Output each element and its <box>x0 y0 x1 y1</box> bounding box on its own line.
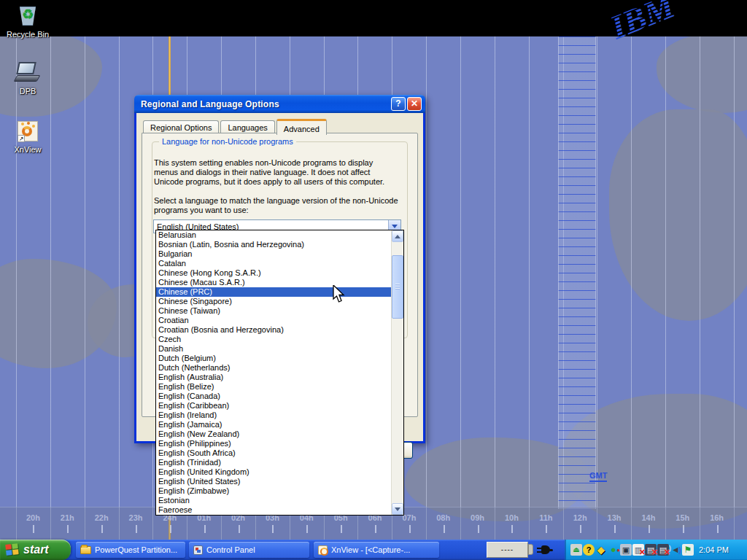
taskbar-status-box[interactable]: ---- <box>487 542 528 558</box>
language-option[interactable]: English (Trinidad) <box>156 458 391 467</box>
groupbox-title: Language for non-Unicode programs <box>159 137 296 146</box>
hour-label: 09h <box>460 513 495 522</box>
power-plug-icon[interactable] <box>537 545 553 555</box>
desktop-icon-dpb[interactable]: DPB <box>0 61 55 96</box>
language-option[interactable]: Estonian <box>156 496 391 505</box>
laptop-icon <box>15 61 40 85</box>
help-agent-icon[interactable]: ? <box>583 544 595 556</box>
hour-label: 16h <box>700 513 734 522</box>
language-option[interactable]: Faeroese <box>156 505 391 515</box>
taskbar-task-powerquest[interactable]: PowerQuest Partition... <box>76 542 185 558</box>
dialog-title: Regional and Language Options <box>141 99 390 109</box>
windows-flag-icon <box>5 543 20 556</box>
hour-label: 12h <box>563 513 597 522</box>
lan-connection-icon[interactable]: ▣ <box>620 544 632 556</box>
hour-label: 21h <box>50 513 85 522</box>
language-option[interactable]: English (Jamaica) <box>156 420 391 429</box>
hour-label: 15h <box>665 513 700 522</box>
scroll-up-button[interactable] <box>392 230 403 242</box>
scrollbar-thumb[interactable] <box>392 255 403 319</box>
display-error-icon[interactable]: ▤ <box>645 544 657 556</box>
volume-icon[interactable]: ◄ <box>670 544 681 556</box>
mouse-cursor <box>333 285 347 304</box>
language-option[interactable]: English (Australia) <box>156 373 391 382</box>
language-option[interactable]: Chinese (Hong Kong S.A.R.) <box>156 268 391 278</box>
language-option[interactable]: English (Canada) <box>156 392 391 401</box>
language-option[interactable]: Croatian <box>156 316 391 325</box>
language-option[interactable]: English (Zimbabwe) <box>156 486 391 496</box>
hour-label: 23h <box>119 513 153 522</box>
language-option[interactable]: Chinese (Taiwan) <box>156 306 391 316</box>
language-dropdown-list: BelarusianBosnian (Latin, Bosnia and Her… <box>155 230 404 516</box>
taskbar-task-control-panel[interactable]: Control Panel <box>189 542 309 558</box>
xnview-icon <box>318 545 328 555</box>
chart-alert-icon[interactable]: ▥ <box>632 544 644 556</box>
folder-icon <box>80 546 91 554</box>
language-option[interactable]: English (South Africa) <box>156 448 391 458</box>
taskbar-clock[interactable]: 2:04 PM <box>699 545 729 554</box>
close-button[interactable]: ✕ <box>407 97 422 111</box>
status-flag-icon[interactable]: ⚑ <box>682 544 694 556</box>
language-option[interactable]: Chinese (Singapore) <box>156 297 391 306</box>
system-tray: ⏏ ? ◆ ● ▣ ▥ ▤ ▤) ◄ ⚑ 2:04 PM <box>565 540 747 560</box>
hour-label: 20h <box>16 513 50 522</box>
recycle-bin-icon: ♻ <box>15 4 40 28</box>
description-text: This system setting enables non-Unicode … <box>154 158 399 187</box>
hour-label: 11h <box>529 513 563 522</box>
language-option[interactable]: Danish <box>156 344 391 354</box>
chevron-down-icon <box>392 225 398 228</box>
chevron-down-icon <box>395 508 400 511</box>
language-option[interactable]: Belarusian <box>156 230 391 240</box>
tab-strip: Regional OptionsLanguagesAdvanced <box>143 119 328 134</box>
language-option[interactable]: English (Ireland) <box>156 411 391 420</box>
language-option[interactable]: Croatian (Bosnia and Herzegovina) <box>156 325 391 335</box>
ibm-logo-text: IBM <box>605 0 681 47</box>
shortcut-arrow-icon: ↗ <box>18 135 25 142</box>
taskbar-task-xnview[interactable]: XnView - [<Capture-... <box>314 542 439 558</box>
hour-label: 08h <box>426 513 460 522</box>
status-box-knob <box>528 544 533 555</box>
language-option[interactable]: English (United Kingdom) <box>156 467 391 477</box>
language-option[interactable]: Chinese (PRC) <box>156 287 391 297</box>
language-option[interactable]: Czech <box>156 335 391 344</box>
language-option[interactable]: Bosnian (Latin, Bosnia and Herzegovina) <box>156 240 391 249</box>
warning-diamond-icon[interactable]: ◆ <box>595 544 607 556</box>
language-options: BelarusianBosnian (Latin, Bosnia and Her… <box>156 230 391 515</box>
ibm-logo: IBM <box>595 0 747 49</box>
chevron-up-icon <box>395 235 400 238</box>
hour-label: 10h <box>495 513 529 522</box>
language-option[interactable]: English (Belize) <box>156 382 391 392</box>
safely-remove-hardware-icon[interactable]: ⏏ <box>570 544 582 556</box>
xnview-icon: ↗ <box>15 120 40 143</box>
icon-label: Recycle Bin <box>0 30 55 39</box>
desktop-icon-xnview[interactable]: ↗ XnView <box>0 120 55 154</box>
landmass <box>609 109 747 321</box>
language-option[interactable]: Bulgarian <box>156 249 391 259</box>
hour-label: 22h <box>85 513 119 522</box>
control-panel-icon <box>193 545 203 555</box>
language-option[interactable]: Dutch (Netherlands) <box>156 363 391 373</box>
scroll-down-button[interactable] <box>392 503 403 515</box>
dialog-titlebar[interactable]: Regional and Language Options ? ✕ <box>134 95 425 113</box>
list-scrollbar[interactable] <box>391 230 403 515</box>
language-option[interactable]: English (United States) <box>156 477 391 486</box>
desktop-icon-recycle-bin[interactable]: ♻ Recycle Bin <box>0 4 55 39</box>
language-option[interactable]: Dutch (Belgium) <box>156 354 391 363</box>
instruction-text: Select a language to match the language … <box>154 196 399 215</box>
start-label: start <box>23 543 49 556</box>
language-option[interactable]: English (New Zealand) <box>156 429 391 439</box>
dialog-tab[interactable]: Advanced <box>276 119 327 135</box>
network-error-icon[interactable]: ▤) <box>657 544 669 556</box>
language-option[interactable]: Chinese (Macau S.A.R.) <box>156 278 391 287</box>
gmt-label: GMT <box>589 471 607 482</box>
icon-label: XnView <box>0 145 55 154</box>
hour-label: 14h <box>631 513 665 522</box>
help-button[interactable]: ? <box>391 97 406 111</box>
gmt-meridian-band <box>558 36 596 509</box>
start-button[interactable]: start <box>0 540 71 560</box>
language-option[interactable]: Catalan <box>156 259 391 268</box>
taskbar: start PowerQuest Partition... Control Pa… <box>0 540 747 560</box>
network-status-icon[interactable]: ● <box>608 544 619 556</box>
language-option[interactable]: English (Caribbean) <box>156 401 391 411</box>
language-option[interactable]: English (Philippines) <box>156 439 391 448</box>
